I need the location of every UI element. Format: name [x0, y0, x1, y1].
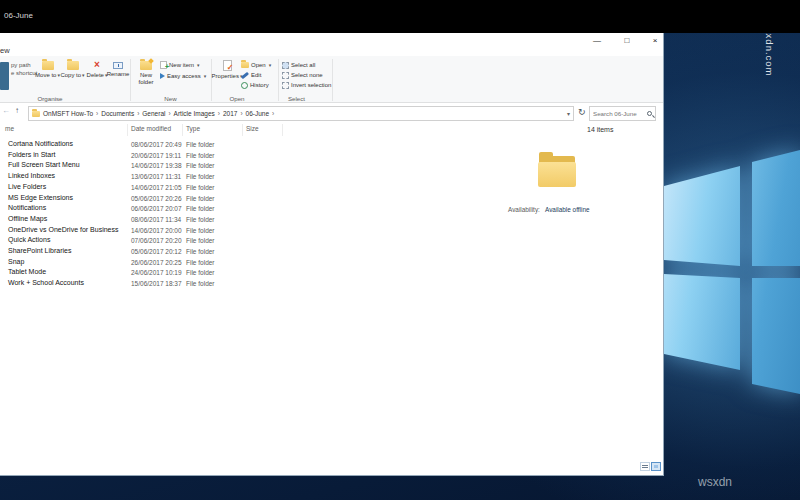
new-folder-button[interactable]: New folder	[133, 58, 159, 96]
copy-to-button[interactable]: Copy to▾	[60, 58, 85, 96]
select-none-button[interactable]: Select none	[282, 70, 323, 80]
group-label-organise: Organise	[20, 95, 80, 102]
column-separator	[242, 124, 243, 136]
file-row[interactable]: SharePoint Libraries05/06/2017 20:12File…	[0, 247, 500, 258]
column-separator	[127, 124, 128, 136]
move-to-button[interactable]: Move to▾	[35, 58, 60, 96]
file-row[interactable]: Quick Actions07/06/2017 20:20File folder	[0, 236, 500, 247]
plus-icon: +	[165, 63, 169, 70]
history-icon	[241, 82, 248, 89]
file-row[interactable]: OneDrive vs OneDrive for Business14/06/2…	[0, 226, 500, 237]
watermark-bottom: wsxdn	[698, 475, 732, 489]
select-none-icon	[282, 72, 289, 79]
file-row[interactable]: Snap26/06/2017 20:25File folder	[0, 258, 500, 269]
folder-preview-icon	[538, 150, 576, 192]
column-header-name[interactable]: me	[5, 125, 14, 132]
file-row[interactable]: Live Folders14/06/2017 21:05File folder	[0, 183, 500, 194]
invert-selection-icon	[282, 82, 289, 89]
folder-icon	[32, 111, 40, 117]
history-button[interactable]: History	[241, 80, 269, 90]
copy-path-button[interactable]: py path	[11, 62, 31, 68]
properties-button[interactable]: ✓ Properties▾	[214, 58, 240, 96]
chevron-down-icon: ▾	[197, 62, 200, 68]
search-box[interactable]	[589, 106, 656, 121]
chevron-right-icon[interactable]: ›	[272, 110, 274, 117]
easy-access-icon	[160, 73, 165, 79]
chevron-right-icon[interactable]: ›	[137, 110, 139, 117]
open-icon	[241, 62, 249, 68]
maximize-button[interactable]: □	[616, 34, 638, 47]
chevron-down-icon: ▾	[204, 73, 207, 79]
maximize-icon: □	[625, 36, 630, 45]
address-dropdown-icon[interactable]: ▾	[567, 110, 570, 117]
folder-icon	[67, 61, 79, 70]
delete-icon: ×	[94, 60, 100, 70]
new-folder-icon	[140, 61, 152, 70]
file-row[interactable]: Tablet Mode24/06/2017 10:19File folder	[0, 268, 500, 279]
group-label-select: Select	[269, 95, 324, 102]
open-button[interactable]: Open ▾	[241, 60, 271, 70]
breadcrumb-item[interactable]: 06-June	[246, 110, 270, 117]
column-header-size[interactable]: Size	[246, 125, 259, 132]
file-row[interactable]: Offline Maps08/06/2017 11:34File folder	[0, 215, 500, 226]
chevron-down-icon: ▾	[269, 62, 272, 68]
file-row[interactable]: Work + School Accounts15/06/2017 18:37Fi…	[0, 279, 500, 290]
check-icon: ✓	[227, 63, 234, 72]
breadcrumb-item[interactable]: General	[142, 110, 165, 117]
back-icon[interactable]: ←	[2, 106, 10, 115]
items-count: 14 items	[587, 126, 613, 133]
thumbnails-view-button[interactable]	[651, 462, 661, 471]
breadcrumb-item[interactable]: Documents	[101, 110, 134, 117]
chevron-down-icon: ▾	[82, 72, 85, 78]
delete-button[interactable]: × Delete▾	[87, 58, 107, 96]
close-icon: ×	[653, 36, 658, 45]
details-view-button[interactable]	[640, 462, 650, 471]
column-separator	[282, 124, 283, 136]
minimize-button[interactable]: —	[586, 34, 608, 47]
close-button[interactable]: ×	[644, 34, 664, 47]
top-bar: 06-June	[0, 0, 800, 33]
file-row[interactable]: Notifications06/06/2017 20:07File folder	[0, 204, 500, 215]
minimize-icon: —	[593, 36, 601, 45]
availability-label: Availability:	[508, 206, 540, 213]
refresh-icon[interactable]: ↻	[578, 107, 586, 117]
invert-selection-button[interactable]: Invert selection	[282, 80, 331, 90]
file-row[interactable]: Full Screen Start Menu14/06/2017 19:38Fi…	[0, 161, 500, 172]
chevron-right-icon[interactable]: ›	[96, 110, 98, 117]
rename-icon	[113, 62, 123, 69]
column-header-date[interactable]: Date modified	[131, 125, 171, 132]
new-item-button[interactable]: + New item ▾	[160, 60, 200, 70]
column-header-type[interactable]: Type	[186, 125, 200, 132]
rename-button[interactable]: Rename	[107, 58, 129, 96]
edit-button[interactable]: Edit	[241, 70, 261, 80]
file-row[interactable]: Folders in Start20/06/2017 19:11File fol…	[0, 151, 500, 162]
chevron-right-icon[interactable]: ›	[240, 110, 242, 117]
select-all-icon	[282, 62, 289, 69]
easy-access-button[interactable]: Easy access ▾	[160, 71, 206, 81]
up-icon[interactable]: ↑	[15, 106, 19, 115]
breadcrumb-item[interactable]: 2017	[223, 110, 237, 117]
group-label-open: Open	[212, 95, 262, 102]
select-all-button[interactable]: Select all	[282, 60, 315, 70]
chevron-right-icon[interactable]: ›	[218, 110, 220, 117]
chevron-right-icon[interactable]: ›	[168, 110, 170, 117]
folder-icon	[42, 61, 54, 70]
breadcrumb-item[interactable]: OnMSFT How-To	[43, 110, 93, 117]
paste-shortcut-button[interactable]: e shortcut	[11, 70, 37, 76]
explorer-window: — □ × ew py path e shortcut Move to▾ Cop…	[0, 33, 664, 476]
properties-icon: ✓	[223, 60, 232, 71]
column-separator	[182, 124, 183, 136]
search-input[interactable]	[590, 107, 646, 120]
clipped-icon	[0, 62, 9, 90]
breadcrumb-item[interactable]: Article Images	[174, 110, 215, 117]
tab-view-partial[interactable]: ew	[0, 46, 10, 55]
file-row[interactable]: Linked Inboxes13/06/2017 11:31File folde…	[0, 172, 500, 183]
address-bar[interactable]: OnMSFT How-To › Documents › General › Ar…	[28, 106, 574, 121]
group-separator	[332, 59, 333, 101]
file-row[interactable]: MS Edge Extensions05/06/2017 20:26File f…	[0, 194, 500, 205]
availability-value: Available offline	[545, 206, 590, 213]
file-row[interactable]: Cortana Notifications08/06/2017 20:49Fil…	[0, 140, 500, 151]
new-item-icon: +	[160, 61, 167, 69]
topbar-title: 06-June	[4, 11, 33, 20]
group-separator	[130, 59, 131, 101]
